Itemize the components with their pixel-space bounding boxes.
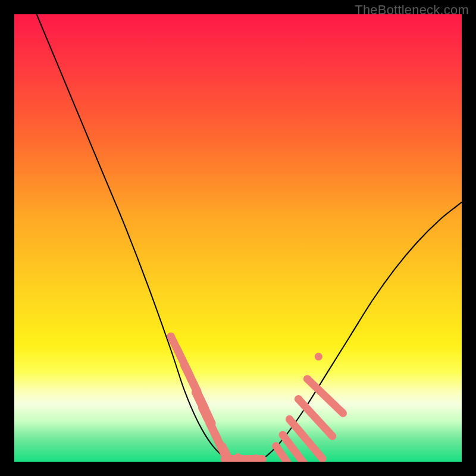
curve-layer (14, 14, 462, 462)
marker-dot (315, 353, 322, 361)
marker-dot (198, 404, 206, 412)
watermark-label: TheBottleneck.com (355, 2, 469, 18)
marker-dot (187, 375, 195, 383)
marker-dot (286, 415, 293, 423)
marker-dot (192, 389, 199, 396)
marker-dot (167, 333, 175, 340)
marker-dot (279, 431, 287, 439)
bottleneck-curve (37, 14, 462, 462)
chart-frame: TheBottleneck.com (0, 0, 476, 476)
plot-area (14, 14, 462, 462)
marker-dot (303, 375, 311, 383)
marker-dot (295, 395, 302, 403)
marker-dot (174, 346, 181, 354)
marker-dot (207, 422, 215, 430)
marker-dot (272, 442, 280, 450)
marker-dot (180, 362, 188, 369)
marker-dot (218, 442, 226, 450)
marker-group (167, 333, 343, 462)
